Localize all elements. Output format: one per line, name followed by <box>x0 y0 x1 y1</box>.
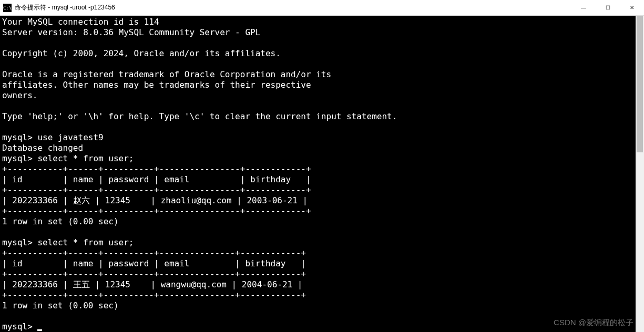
terminal-line: owners. <box>2 90 37 100</box>
terminal-line: | id | name | password | email | birthda… <box>2 258 306 268</box>
terminal-line: 1 row in set (0.00 sec) <box>2 216 119 226</box>
maximize-button[interactable]: ☐ <box>596 0 620 16</box>
scrollbar-thumb[interactable] <box>637 16 643 152</box>
terminal-line: Database changed <box>2 143 83 153</box>
window-controls: — ☐ ✕ <box>571 0 644 16</box>
terminal-line: mysql> use javatest9 <box>2 132 104 142</box>
terminal-line: Type 'help;' or '\h' for help. Type '\c'… <box>2 111 397 121</box>
terminal-line: +-----------+------+----------+---------… <box>2 269 306 279</box>
close-button[interactable]: ✕ <box>620 0 644 16</box>
cmd-icon: C:\ <box>3 4 12 12</box>
terminal-line: | 202233366 | 王五 | 12345 | wangwu@qq.com… <box>2 279 302 289</box>
terminal-line: +-----------+------+----------+---------… <box>2 206 311 216</box>
terminal-line: | 202233366 | 赵六 | 12345 | zhaoliu@qq.co… <box>2 195 308 205</box>
terminal-line: +-----------+------+----------+---------… <box>2 185 311 195</box>
terminal-line: Oracle is a registered trademark of Orac… <box>2 69 331 79</box>
terminal-line: mysql> select * from user; <box>2 153 134 163</box>
cursor <box>37 329 42 331</box>
terminal-line: mysql> select * from user; <box>2 237 134 247</box>
terminal-line: +-----------+------+----------+---------… <box>2 290 306 300</box>
terminal-line: mysql> <box>2 321 37 331</box>
terminal-line: 1 row in set (0.00 sec) <box>2 300 119 310</box>
window-titlebar: C:\ 命令提示符 - mysql -uroot -p123456 — ☐ ✕ <box>0 0 644 16</box>
terminal-line: Your MySQL connection id is 114 <box>2 17 159 27</box>
window-title: 命令提示符 - mysql -uroot -p123456 <box>15 3 571 12</box>
scrollbar-track[interactable] <box>636 16 644 332</box>
terminal-output[interactable]: Your MySQL connection id is 114 Server v… <box>0 16 644 332</box>
terminal-line: affiliates. Other names may be trademark… <box>2 80 311 90</box>
watermark: CSDN @爱编程的松子 <box>554 318 633 328</box>
terminal-line: | id | name | password | email | birthda… <box>2 174 311 184</box>
terminal-line: Copyright (c) 2000, 2024, Oracle and/or … <box>2 48 281 58</box>
terminal-line: Server version: 8.0.36 MySQL Community S… <box>2 27 260 37</box>
terminal-line: +-----------+------+----------+---------… <box>2 248 306 258</box>
minimize-button[interactable]: — <box>571 0 596 16</box>
terminal-line: +-----------+------+----------+---------… <box>2 164 311 174</box>
